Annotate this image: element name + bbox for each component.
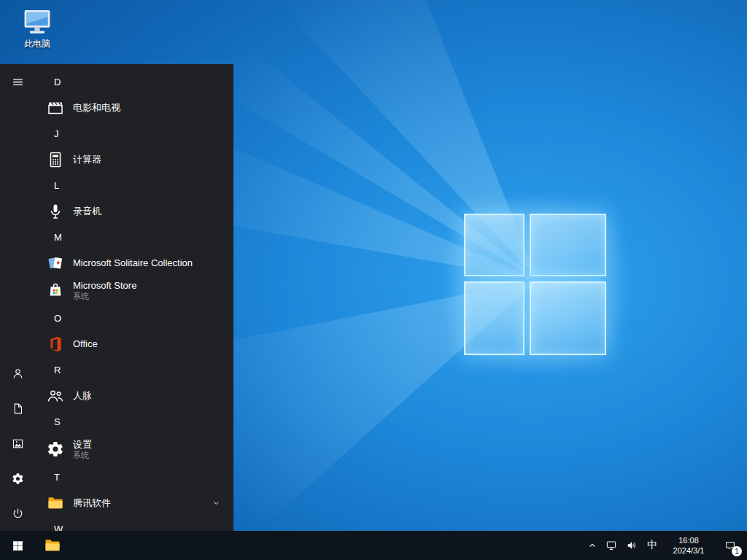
volume-button[interactable] — [622, 531, 642, 560]
mic-icon — [47, 203, 64, 220]
logo-pane — [530, 214, 606, 276]
ime-button[interactable]: 中 — [642, 531, 662, 560]
app-group-letter-W[interactable]: W — [35, 516, 233, 531]
app-item-calculator[interactable]: 计算器 — [35, 147, 233, 172]
this-pc-icon — [21, 8, 53, 36]
app-item-microsoft-store[interactable]: Microsoft Store系统 — [35, 276, 233, 305]
app-item-labels: 电影和电视 — [73, 102, 120, 114]
tray-overflow-button[interactable] — [584, 531, 601, 560]
app-item-label: 电影和电视 — [73, 102, 120, 114]
notification-badge: 1 — [732, 546, 742, 556]
file-explorer-icon — [44, 537, 61, 554]
app-item-label: Microsoft Solitaire Collection — [73, 257, 193, 269]
app-item-settings[interactable]: 设置系统 — [35, 435, 233, 464]
app-item-solitaire[interactable]: Microsoft Solitaire Collection — [35, 250, 233, 276]
rail-spacer — [0, 99, 35, 356]
desktop-icon-this-pc[interactable]: 此电脑 — [9, 6, 66, 52]
rail-account-button[interactable] — [0, 356, 35, 391]
desktop-icon-label: 此电脑 — [24, 38, 50, 50]
app-item-labels: 腾讯软件 — [73, 497, 111, 509]
rail-settings-button[interactable] — [0, 461, 35, 496]
app-item-label: 人脉 — [73, 390, 92, 402]
solitaire-icon — [47, 254, 64, 272]
network-icon — [605, 540, 617, 551]
taskbar: 中 16:08 2024/3/1 1 — [0, 531, 747, 560]
app-item-label: Office — [73, 338, 98, 350]
app-group-letter-D[interactable]: D — [35, 69, 233, 95]
app-item-sublabel: 系统 — [73, 292, 136, 301]
app-item-label: 录音机 — [73, 206, 101, 217]
action-center-button[interactable]: 1 — [715, 531, 746, 560]
network-button[interactable] — [601, 531, 622, 560]
chevron-down-icon[interactable] — [211, 497, 222, 508]
movies-tv-icon — [47, 99, 64, 117]
app-item-labels: 计算器 — [73, 154, 101, 166]
user-icon — [12, 368, 24, 380]
rail-expand-button[interactable] — [0, 64, 35, 99]
windows-logo-icon — [12, 540, 24, 552]
start-menu: D电影和电视J计算器L录音机MMicrosoft Solitaire Colle… — [0, 64, 233, 531]
file-explorer-button[interactable] — [35, 531, 70, 560]
app-group-letter-M[interactable]: M — [35, 224, 233, 250]
clock-date: 2024/3/1 — [673, 545, 705, 556]
start-rail — [0, 64, 35, 531]
logo-pane — [530, 281, 606, 355]
store-icon — [47, 281, 64, 299]
app-item-label: 设置 — [73, 439, 92, 451]
app-item-people[interactable]: 人脉 — [35, 383, 233, 408]
clock-button[interactable]: 16:08 2024/3/1 — [662, 531, 715, 560]
app-item-tencent-folder[interactable]: 腾讯软件 — [35, 490, 233, 516]
app-item-movies-tv[interactable]: 电影和电视 — [35, 95, 233, 120]
app-item-voice-recorder[interactable]: 录音机 — [35, 198, 233, 224]
people-icon — [47, 387, 64, 405]
app-item-labels: 人脉 — [73, 390, 92, 402]
app-item-label: 腾讯软件 — [73, 497, 111, 509]
pictures-icon — [12, 438, 24, 450]
office-icon — [47, 335, 64, 353]
app-group-letter-L[interactable]: L — [35, 172, 233, 198]
hamburger-icon — [12, 76, 24, 88]
app-item-labels: Microsoft Store系统 — [73, 280, 136, 301]
start-app-list: D电影和电视J计算器L录音机MMicrosoft Solitaire Colle… — [35, 64, 233, 531]
app-item-labels: 录音机 — [73, 206, 101, 217]
rail-pictures-button[interactable] — [0, 426, 35, 461]
app-item-sublabel: 系统 — [73, 451, 92, 460]
calculator-icon — [47, 151, 64, 168]
logo-pane — [464, 281, 525, 355]
app-group-letter-J[interactable]: J — [35, 120, 233, 147]
app-item-label: Microsoft Store — [73, 280, 136, 292]
app-group-letter-O[interactable]: O — [35, 305, 233, 331]
wallpaper-windows-logo — [464, 214, 601, 350]
app-group-letter-S[interactable]: S — [35, 408, 233, 435]
clock-time: 16:08 — [678, 535, 699, 545]
app-group-letter-T[interactable]: T — [35, 464, 233, 490]
app-item-labels: Microsoft Solitaire Collection — [73, 257, 193, 269]
system-tray: 中 16:08 2024/3/1 1 — [584, 531, 747, 560]
gear-icon — [47, 440, 64, 458]
app-item-labels: 设置系统 — [73, 439, 92, 460]
app-item-label: 计算器 — [73, 154, 101, 166]
start-button[interactable] — [0, 531, 35, 560]
chevron-up-icon — [587, 540, 598, 551]
gear-icon — [12, 472, 24, 485]
power-icon — [12, 508, 24, 520]
speaker-icon — [626, 540, 638, 551]
logo-pane — [464, 214, 525, 276]
app-item-labels: Office — [73, 338, 98, 350]
rail-documents-button[interactable] — [0, 391, 35, 426]
document-icon — [12, 402, 24, 415]
folder-icon — [47, 494, 64, 512]
rail-power-button[interactable] — [0, 496, 35, 531]
app-group-letter-R[interactable]: R — [35, 357, 233, 383]
app-item-office[interactable]: Office — [35, 331, 233, 357]
